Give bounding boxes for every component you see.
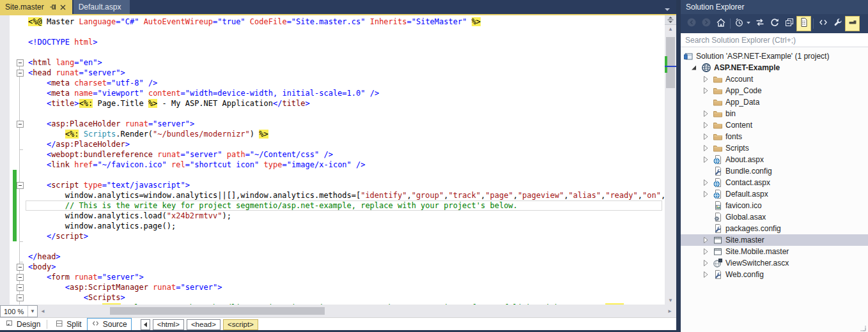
- tree-item[interactable]: bin: [681, 108, 868, 119]
- forward-button[interactable]: [699, 16, 713, 31]
- pin-icon[interactable]: [49, 3, 58, 11]
- fold-collapse-button[interactable]: [17, 274, 24, 281]
- tree-item[interactable]: Account: [681, 73, 868, 85]
- tree-item[interactable]: Scripts: [681, 142, 868, 154]
- code-line[interactable]: <asp:PlaceHolder runat="server">: [28, 119, 194, 129]
- vertical-scrollbar[interactable]: ▲ ▼: [665, 15, 676, 305]
- scroll-down-button[interactable]: ▼: [665, 296, 676, 305]
- tree-item[interactable]: Global.asax: [681, 211, 868, 223]
- tree-item[interactable]: Web.config: [681, 269, 868, 280]
- editor-selection-margin[interactable]: [0, 15, 10, 305]
- code-line[interactable]: <meta charset="utf-8" />: [28, 78, 157, 88]
- resize-grip-icon[interactable]: [859, 323, 867, 331]
- expander-collapsed-icon[interactable]: [701, 177, 711, 188]
- home-button[interactable]: [713, 16, 728, 31]
- scroll-left-button[interactable]: ◄: [38, 306, 47, 315]
- tree-item[interactable]: fonts: [681, 131, 868, 142]
- fold-collapse-button[interactable]: [17, 70, 24, 77]
- collapse-all-button[interactable]: [782, 16, 796, 31]
- expander-collapsed-icon[interactable]: [701, 269, 711, 280]
- tab-site-master[interactable]: Site.master: [0, 0, 72, 14]
- expander-collapsed-icon[interactable]: [701, 189, 711, 199]
- fold-collapse-button[interactable]: [17, 294, 24, 301]
- fold-collapse-button[interactable]: [17, 182, 24, 189]
- tag-nav-head-button[interactable]: <head>: [187, 319, 221, 330]
- tab-list-chevron-icon[interactable]: [663, 4, 671, 10]
- tree-item[interactable]: Bundle.config: [681, 165, 868, 177]
- tree-item[interactable]: App_Code: [681, 85, 868, 96]
- code-line[interactable]: <html lang="en">: [28, 57, 102, 68]
- fold-collapse-button[interactable]: [17, 59, 24, 66]
- expander-collapsed-icon[interactable]: [701, 235, 711, 245]
- design-view-button[interactable]: Design: [1, 319, 44, 330]
- code-line[interactable]: window.analytics.page();: [28, 221, 176, 231]
- expander-collapsed-icon[interactable]: [701, 132, 711, 142]
- tree-item[interactable]: About.aspx: [681, 154, 868, 165]
- zoom-level-select[interactable]: 100 % ▼: [0, 305, 38, 317]
- split-view-button[interactable]: Split: [51, 319, 85, 330]
- expander-collapsed-icon[interactable]: [701, 109, 711, 119]
- fold-collapse-button[interactable]: [17, 264, 24, 271]
- tree-item[interactable]: favicon.ico: [681, 200, 868, 211]
- back-button[interactable]: [684, 16, 699, 31]
- code-line[interactable]: <title><%: Page.Title %> - My ASP.NET Ap…: [28, 98, 310, 109]
- code-line[interactable]: <%@ Master Language="C#" AutoEventWireup…: [28, 17, 481, 27]
- code-line[interactable]: <head runat="server">: [28, 68, 125, 78]
- tree-item[interactable]: App_Data: [681, 96, 868, 108]
- code-line[interactable]: window.analytics=window.analytics||[],wi…: [28, 190, 665, 200]
- code-line[interactable]: <link href="~/favicon.ico" rel="shortcut…: [28, 160, 366, 170]
- expander-collapsed-icon[interactable]: [701, 258, 711, 268]
- properties-button[interactable]: [830, 16, 845, 31]
- vertical-scroll-thumb[interactable]: [666, 37, 675, 88]
- show-all-files-button[interactable]: [796, 16, 811, 31]
- expander-collapsed-icon[interactable]: [701, 86, 711, 96]
- code-line[interactable]: <%: Scripts.Render("~/bundles/modernizr"…: [28, 129, 268, 139]
- expander-collapsed-icon[interactable]: [701, 120, 711, 130]
- code-editor[interactable]: <%@ Master Language="C#" AutoEventWireup…: [0, 15, 665, 305]
- vertical-scroll-track[interactable]: [665, 33, 676, 296]
- tree-item[interactable]: Default.aspx: [681, 188, 868, 200]
- code-line[interactable]: </asp:PlaceHolder>: [28, 139, 130, 149]
- search-input[interactable]: [681, 36, 868, 45]
- code-line[interactable]: </head>: [28, 252, 61, 262]
- close-icon[interactable]: [59, 3, 67, 11]
- code-line[interactable]: <body>: [28, 262, 56, 272]
- view-code-button[interactable]: [816, 16, 830, 31]
- code-line[interactable]: // This is the write key for project seg…: [28, 200, 518, 211]
- sync-active-document-button[interactable]: [752, 16, 767, 31]
- tree-item[interactable]: Contact.aspx: [681, 177, 868, 188]
- tree-item[interactable]: ASP.NET-Example: [681, 62, 868, 73]
- code-line[interactable]: <script type="text/javascript">: [28, 180, 190, 190]
- code-line[interactable]: </script>: [28, 231, 88, 241]
- panel-splitter[interactable]: [676, 0, 681, 332]
- scroll-right-button[interactable]: ►: [665, 306, 675, 315]
- panel-title[interactable]: Solution Explorer: [681, 0, 868, 14]
- tag-navigator-back-button[interactable]: [141, 319, 150, 330]
- expander-collapsed-icon[interactable]: [701, 74, 711, 84]
- code-line[interactable]: window.analytics.load("x24b2rmtvv");: [28, 211, 231, 221]
- code-line[interactable]: <asp:ScriptManager runat="server">: [28, 282, 222, 292]
- horizontal-scroll-thumb[interactable]: [110, 307, 325, 315]
- preview-selected-items-button[interactable]: [845, 16, 860, 31]
- tag-nav-script-button[interactable]: <script>: [223, 319, 258, 330]
- code-line[interactable]: <form runat="server">: [28, 272, 144, 282]
- expander-expanded-icon[interactable]: [689, 63, 699, 73]
- tree-item[interactable]: Content: [681, 119, 868, 131]
- tree-item[interactable]: Solution 'ASP.NET-Example' (1 project): [681, 50, 868, 62]
- source-view-button[interactable]: Source: [87, 318, 132, 331]
- tree-item[interactable]: Site.Mobile.master: [681, 246, 868, 257]
- code-line[interactable]: <Scripts>: [28, 292, 125, 303]
- splitter-button[interactable]: [665, 15, 676, 25]
- code-line[interactable]: <webopt:bundlereference runat="server" p…: [28, 149, 333, 160]
- tag-nav-html-button[interactable]: <html>: [153, 319, 184, 330]
- code-line[interactable]: <!DOCTYPE html>: [28, 37, 97, 47]
- expander-collapsed-icon[interactable]: [701, 143, 711, 153]
- scroll-up-button[interactable]: ▲: [665, 24, 676, 33]
- fold-collapse-button[interactable]: [17, 121, 24, 128]
- expander-collapsed-icon[interactable]: [701, 155, 711, 165]
- refresh-button[interactable]: [767, 16, 782, 31]
- fold-collapse-button[interactable]: [17, 284, 24, 291]
- tree-item[interactable]: ViewSwitcher.ascx: [681, 257, 868, 269]
- tree-item[interactable]: packages.config: [681, 223, 868, 234]
- expander-collapsed-icon[interactable]: [701, 246, 711, 257]
